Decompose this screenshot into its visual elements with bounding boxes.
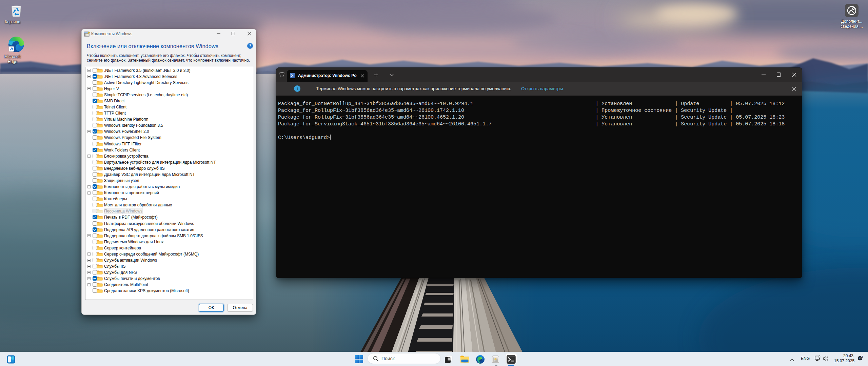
svg-text:z: z	[862, 355, 863, 358]
svg-text:?: ?	[249, 44, 251, 48]
svg-text:z: z	[859, 357, 861, 360]
